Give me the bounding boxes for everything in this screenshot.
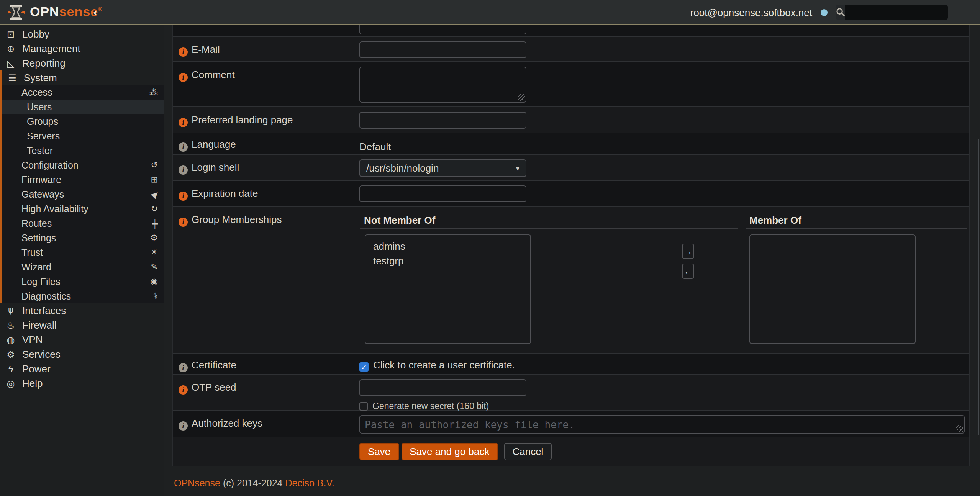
globe-icon: ⊕ (5, 43, 16, 54)
landing-page-label: Preferred landing page (192, 114, 293, 126)
opnsense-logo[interactable]: OPNsense® (0, 3, 102, 20)
sidebar-item-label: Help (22, 378, 43, 389)
sidebar-item-label: Groups (27, 116, 58, 127)
sidebar-item-servers[interactable]: Servers (2, 129, 164, 143)
sidebar-item-reporting[interactable]: ◺ Reporting (0, 56, 164, 70)
sidebar-item-tester[interactable]: Tester (2, 143, 164, 158)
sidebar-item-gateways[interactable]: Gateways ▶ (2, 187, 164, 201)
otp-seed-field[interactable] (359, 379, 526, 396)
row-cropped (173, 25, 969, 37)
sidebar-item-log-files[interactable]: Log Files ◉ (2, 274, 164, 289)
top-right-group: root@opnsense.softbox.net (690, 0, 948, 25)
authorized-keys-field[interactable] (359, 415, 965, 434)
info-icon[interactable]: i (179, 73, 188, 82)
sidebar-item-diagnostics[interactable]: Diagnostics ⚕ (2, 289, 164, 303)
landing-page-field[interactable] (359, 112, 526, 129)
sidebar-item-interfaces[interactable]: ⋔ Interfaces (0, 303, 164, 318)
cog-icon: ⚙ (5, 349, 16, 360)
info-icon[interactable]: i (179, 47, 188, 57)
login-shell-value: /usr/sbin/nologin (366, 162, 439, 174)
sidebar-item-label: Trust (21, 247, 43, 258)
divider (746, 228, 967, 229)
group-option-admins[interactable]: admins (365, 239, 530, 254)
sidebar-item-label: Management (22, 43, 80, 54)
row-otp-seed: iOTP seed Generate new secret (160 bit) (173, 375, 969, 411)
info-icon[interactable]: i (179, 165, 188, 175)
language-value: Default (359, 138, 965, 152)
sidebar-item-firewall[interactable]: ♨ Firewall (0, 318, 164, 332)
sidebar-item-groups[interactable]: Groups (2, 114, 164, 129)
sidebar-collapse-icon[interactable]: ‹ (93, 5, 97, 18)
magic-wand-icon: ✎ (151, 262, 158, 272)
sidebar-item-high-availability[interactable]: High Availability ↻ (2, 201, 164, 216)
info-icon[interactable]: i (179, 363, 188, 372)
sidebar-item-label: Configuration (21, 160, 79, 170)
cropped-input[interactable] (359, 25, 526, 34)
sidebar-item-system[interactable]: ☰ System (2, 70, 164, 85)
info-icon[interactable]: i (179, 385, 188, 395)
sidebar: ⊡ Lobby ⊕ Management ◺ Reporting ☰ Syste… (0, 25, 164, 496)
info-icon[interactable]: i (179, 118, 188, 127)
medkit-icon: ⚕ (153, 291, 158, 301)
sidebar-item-management[interactable]: ⊕ Management (0, 41, 164, 56)
sidebar-item-access[interactable]: Access ⁂ (2, 85, 164, 100)
logged-in-user: root@opnsense.softbox.net (690, 7, 812, 18)
info-icon[interactable]: i (179, 421, 188, 431)
sidebar-item-routes[interactable]: Routes ╪ (2, 216, 164, 231)
info-icon[interactable]: i (179, 192, 188, 201)
cancel-button[interactable]: Cancel (504, 443, 552, 460)
info-icon[interactable]: i (179, 142, 188, 152)
history-icon: ↺ (151, 160, 158, 170)
language-label: Language (192, 139, 236, 150)
eye-icon: ◉ (151, 277, 158, 286)
expiration-date-field[interactable] (359, 185, 526, 202)
generate-secret-checkbox[interactable] (359, 402, 368, 411)
not-member-of-listbox[interactable]: admins testgrp (365, 234, 531, 344)
sidebar-item-configuration[interactable]: Configuration ↺ (2, 158, 164, 172)
sidebar-item-vpn[interactable]: ◍ VPN (0, 332, 164, 347)
authorized-keys-label: Authorized keys (192, 417, 262, 429)
sidebar-item-label: Gateways (21, 189, 64, 200)
sidebar-item-help[interactable]: ◎ Help (0, 376, 164, 391)
lobby-icon: ⊡ (5, 29, 16, 39)
opnsense-footer-link[interactable]: OPNsense (174, 478, 220, 489)
vpn-globe-icon: ◍ (5, 334, 16, 345)
sidebar-item-users[interactable]: Users (2, 100, 164, 114)
row-landing-page: iPreferred landing page (173, 107, 969, 133)
sidebar-item-services[interactable]: ⚙ Services (0, 347, 164, 362)
sidebar-item-power[interactable]: ϟ Power (0, 362, 164, 376)
sidebar-item-label: Services (22, 349, 61, 360)
sidebar-item-settings[interactable]: Settings ⚙ (2, 231, 164, 245)
comment-field[interactable] (359, 67, 526, 103)
top-bar: OPNsense® ‹ root@opnsense.softbox.net (0, 0, 980, 25)
row-authorized-keys: iAuthorized keys (173, 411, 969, 437)
create-certificate-checkbox-label: Click to create a user certificate. (373, 359, 515, 371)
certificate-label: Certificate (192, 359, 236, 371)
save-button[interactable]: Save (359, 443, 399, 460)
create-certificate-checkbox[interactable]: ✓ (359, 362, 369, 372)
otp-seed-label: OTP seed (192, 381, 236, 393)
row-language: iLanguage Default (173, 133, 969, 155)
sidebar-item-trust[interactable]: Trust ☀ (2, 245, 164, 260)
cogs-icon: ⚙ (150, 233, 158, 243)
sidebar-item-label: Access (21, 87, 52, 98)
page-scrollbar-thumb[interactable] (978, 139, 979, 435)
info-icon[interactable]: i (179, 218, 188, 227)
sidebar-item-label: VPN (22, 334, 43, 345)
sidebar-section-system: ☰ System Access ⁂ Users Groups Servers (0, 70, 164, 303)
deciso-footer-link[interactable]: Deciso B.V. (285, 478, 334, 489)
sidebar-item-firmware[interactable]: Firmware ⊞ (2, 172, 164, 187)
email-field[interactable] (359, 41, 526, 58)
login-shell-select[interactable]: /usr/sbin/nologin ▾ (359, 159, 526, 177)
sidebar-item-wizard[interactable]: Wizard ✎ (2, 260, 164, 274)
group-option-testgrp[interactable]: testgrp (365, 254, 530, 268)
sidebar-item-label: High Availability (21, 203, 88, 214)
remove-from-group-button[interactable]: ← (682, 264, 694, 279)
generate-secret-label: Generate new secret (160 bit) (372, 401, 489, 411)
search-input[interactable] (845, 5, 948, 20)
add-to-group-button[interactable]: → (682, 244, 694, 259)
member-of-listbox[interactable] (749, 234, 916, 344)
expiration-label: Expiration date (192, 188, 258, 199)
sidebar-item-lobby[interactable]: ⊡ Lobby (0, 27, 164, 41)
save-and-go-back-button[interactable]: Save and go back (401, 443, 498, 460)
